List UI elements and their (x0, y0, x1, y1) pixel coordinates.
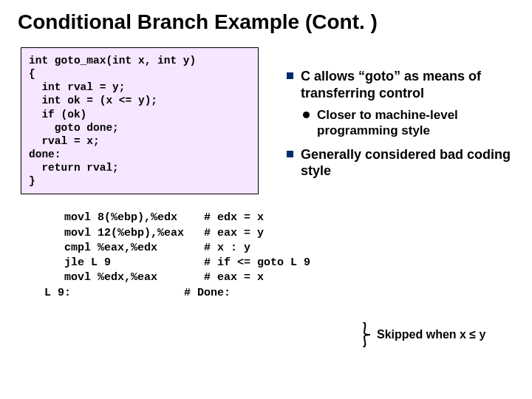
square-bullet-icon (287, 151, 293, 157)
bullet-1-sub-text: Closer to machine-level programming styl… (317, 107, 523, 139)
slide-title: Conditional Branch Example (Cont. ) (0, 0, 532, 34)
bullet-1-text: C allows “goto” as means of transferring… (301, 68, 523, 101)
bullet-list: C allows “goto” as means of transferring… (287, 68, 523, 185)
skip-annotation: Skipped when x ≤ y (377, 328, 485, 341)
c-code-box: int goto_max(int x, int y) { int rval = … (21, 47, 259, 194)
bullet-2: Generally considered bad coding style (287, 146, 523, 180)
bullet-2-text: Generally considered bad coding style (301, 146, 523, 180)
bullet-1-sub: Closer to machine-level programming styl… (303, 107, 523, 139)
assembly-code: movl 8(%ebp),%edx # edx = x movl 12(%ebp… (44, 211, 532, 301)
slide-content: int goto_max(int x, int y) { int rval = … (21, 47, 532, 194)
disc-bullet-icon (303, 112, 310, 118)
brace-icon (361, 322, 372, 347)
square-bullet-icon (287, 72, 293, 79)
bullet-1: C allows “goto” as means of transferring… (287, 68, 523, 101)
